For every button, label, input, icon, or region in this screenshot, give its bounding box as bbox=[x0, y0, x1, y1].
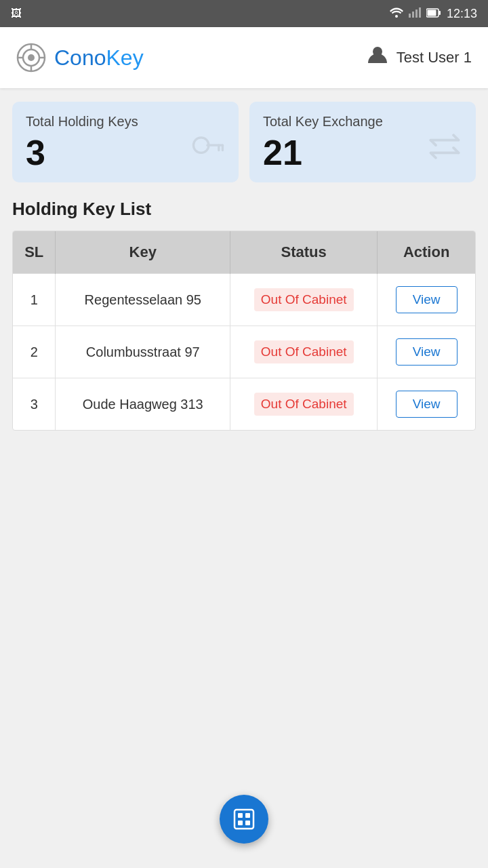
table-row: 1Regentesselaan 95Out Of CabinetView bbox=[13, 274, 475, 326]
signal-icon bbox=[409, 7, 421, 21]
svg-rect-7 bbox=[439, 11, 441, 15]
holding-key-table: SL Key Status Action 1Regentesselaan 95O… bbox=[13, 231, 475, 430]
col-key: Key bbox=[56, 231, 230, 274]
cell-key: Columbusstraat 97 bbox=[56, 326, 230, 378]
header: ConoKey Test User 1 bbox=[0, 27, 488, 88]
col-status: Status bbox=[230, 231, 378, 274]
svg-rect-20 bbox=[235, 810, 253, 829]
cell-sl: 1 bbox=[13, 274, 56, 326]
col-action: Action bbox=[378, 231, 475, 274]
fab-button[interactable] bbox=[220, 795, 268, 844]
logo-prefix: Cono bbox=[54, 45, 106, 70]
status-badge: Out Of Cabinet bbox=[254, 393, 354, 416]
user-name: Test User 1 bbox=[396, 49, 472, 66]
fab-icon bbox=[232, 807, 256, 831]
svg-rect-23 bbox=[238, 821, 243, 825]
logo-text: ConoKey bbox=[54, 45, 144, 71]
svg-rect-21 bbox=[238, 813, 243, 818]
svg-rect-22 bbox=[245, 813, 250, 818]
key-exchange-card: Total Key Exchange 21 bbox=[249, 102, 476, 182]
view-button[interactable]: View bbox=[396, 338, 458, 366]
battery-icon bbox=[426, 7, 441, 21]
view-button[interactable]: View bbox=[396, 286, 458, 313]
status-bar: 🖼 12:13 bbox=[0, 0, 488, 27]
cell-key: Regentesselaan 95 bbox=[56, 274, 230, 326]
status-badge: Out Of Cabinet bbox=[254, 288, 354, 311]
svg-point-10 bbox=[28, 54, 35, 61]
image-icon: 🖼 bbox=[11, 7, 22, 20]
table-row: 2Columbusstraat 97Out Of CabinetView bbox=[13, 326, 475, 378]
wifi-icon bbox=[390, 7, 403, 21]
time-display: 12:13 bbox=[447, 7, 477, 21]
cell-key: Oude Haagweg 313 bbox=[56, 378, 230, 431]
svg-rect-4 bbox=[419, 7, 421, 18]
table-row: 3Oude Haagweg 313Out Of CabinetView bbox=[13, 378, 475, 431]
view-button[interactable]: View bbox=[396, 391, 458, 418]
svg-rect-6 bbox=[427, 9, 436, 16]
cell-sl: 2 bbox=[13, 326, 56, 378]
main-content: Total Holding Keys 3 Total Key Exchange … bbox=[0, 88, 488, 868]
status-bar-right: 12:13 bbox=[390, 7, 477, 21]
svg-rect-2 bbox=[412, 12, 414, 18]
cell-action: View bbox=[378, 274, 475, 326]
cell-status: Out Of Cabinet bbox=[230, 378, 378, 431]
cell-status: Out Of Cabinet bbox=[230, 326, 378, 378]
key-icon bbox=[188, 127, 226, 173]
svg-rect-1 bbox=[409, 14, 411, 18]
svg-point-0 bbox=[395, 15, 398, 18]
status-badge: Out Of Cabinet bbox=[254, 340, 354, 363]
user-info: Test User 1 bbox=[367, 44, 472, 71]
stats-row: Total Holding Keys 3 Total Key Exchange … bbox=[12, 102, 476, 182]
holding-keys-card: Total Holding Keys 3 bbox=[12, 102, 239, 182]
table-container: SL Key Status Action 1Regentesselaan 95O… bbox=[12, 231, 476, 431]
logo-icon bbox=[16, 43, 46, 73]
exchange-icon bbox=[426, 127, 464, 173]
svg-rect-3 bbox=[415, 9, 418, 18]
cell-sl: 3 bbox=[13, 378, 56, 431]
cell-action: View bbox=[378, 326, 475, 378]
cell-action: View bbox=[378, 378, 475, 431]
table-header-row: SL Key Status Action bbox=[13, 231, 475, 274]
logo: ConoKey bbox=[16, 43, 144, 73]
logo-suffix: Key bbox=[106, 45, 144, 70]
col-sl: SL bbox=[13, 231, 56, 274]
section-title: Holding Key List bbox=[12, 199, 476, 220]
status-bar-left: 🖼 bbox=[11, 7, 22, 20]
cell-status: Out Of Cabinet bbox=[230, 274, 378, 326]
user-avatar-icon bbox=[367, 44, 388, 71]
svg-rect-24 bbox=[245, 821, 250, 825]
